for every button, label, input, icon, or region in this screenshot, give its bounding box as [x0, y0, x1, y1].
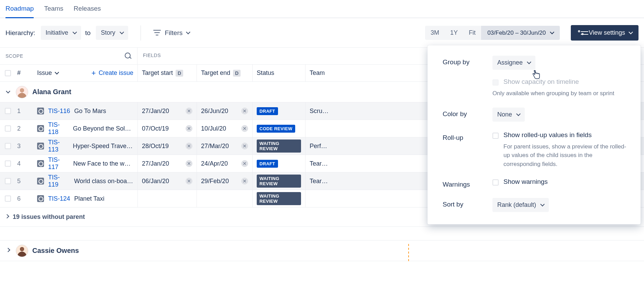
col-status[interactable]: Status — [252, 65, 305, 82]
view-settings-button[interactable]: View settings — [571, 25, 639, 41]
color-by-select[interactable]: None — [492, 108, 525, 122]
issue-key-link[interactable]: TIS-116 — [48, 108, 70, 115]
issue-summary[interactable]: Hyper-Speed Travelling — [73, 143, 133, 150]
issue-summary[interactable]: Go To Mars — [74, 108, 106, 115]
create-issue-button[interactable]: + Create issue — [91, 69, 133, 77]
target-end-cell[interactable]: 24/Apr/20✕ — [197, 155, 252, 172]
target-end-cell[interactable]: 29/Feb/20✕ — [197, 172, 252, 190]
col-target-start[interactable]: Target start D — [137, 65, 197, 82]
row-checkbox[interactable] — [5, 125, 11, 132]
target-start-cell[interactable]: 27/Jan/20✕ — [137, 102, 197, 120]
create-issue-label: Create issue — [99, 69, 133, 77]
group-toggle[interactable] — [0, 250, 16, 252]
tab-teams[interactable]: Teams — [44, 2, 63, 18]
row-checkbox[interactable] — [5, 196, 11, 202]
row-number: 1 — [16, 102, 33, 120]
clear-icon[interactable]: ✕ — [241, 143, 248, 149]
status-cell[interactable]: WAITING REVIEW — [252, 190, 305, 207]
status-cell[interactable]: WAITING REVIEW — [252, 137, 305, 155]
sortby-label: Sort by — [443, 198, 492, 208]
group-by-select[interactable]: Assignee — [492, 56, 535, 70]
issue-key-link[interactable]: TIS-113 — [48, 139, 69, 153]
status-badge: WAITING REVIEW — [257, 192, 301, 205]
d-badge: D — [176, 70, 183, 77]
status-cell[interactable]: DRAFT — [252, 102, 305, 120]
search-icon[interactable] — [125, 53, 132, 59]
target-end-cell[interactable]: 27/Mar/20✕ — [197, 137, 252, 155]
issue-col-label: Issue — [37, 69, 52, 77]
target-end-label: Target end — [201, 69, 230, 77]
clear-icon[interactable]: ✕ — [241, 125, 248, 132]
status-badge: DRAFT — [257, 160, 278, 168]
plus-icon: + — [91, 69, 96, 77]
issue-key-link[interactable]: TIS-118 — [48, 121, 69, 136]
status-cell[interactable]: DRAFT — [252, 155, 305, 172]
range-fit[interactable]: Fit — [463, 26, 481, 40]
issue-summary[interactable]: Planet Taxi — [74, 195, 104, 202]
issue-type-icon — [37, 108, 44, 114]
tab-releases[interactable]: Releases — [74, 2, 101, 18]
issue-key-link[interactable]: TIS-124 — [48, 195, 70, 202]
issue-column-menu[interactable]: Issue — [37, 69, 58, 77]
clear-icon[interactable]: ✕ — [186, 160, 192, 167]
target-start-cell[interactable]: 27/Jan/20✕ — [137, 155, 197, 172]
clear-icon[interactable]: ✕ — [241, 108, 248, 114]
status-cell[interactable]: WAITING REVIEW — [252, 172, 305, 190]
clear-icon[interactable]: ✕ — [186, 178, 192, 185]
filters-button[interactable]: Filters — [153, 29, 190, 37]
row-checkbox[interactable] — [5, 178, 11, 184]
issue-type-icon — [37, 195, 44, 202]
row-checkbox[interactable] — [5, 108, 11, 114]
target-end-cell[interactable]: 26/Jun/20✕ — [197, 102, 252, 120]
clear-icon[interactable]: ✕ — [241, 160, 248, 167]
tab-roadmap[interactable]: Roadmap — [5, 2, 34, 18]
issue-summary[interactable]: Go Beyond the Solar ... — [73, 125, 133, 132]
row-number: 2 — [16, 120, 33, 137]
avatar — [16, 245, 28, 257]
group-toggle[interactable] — [0, 91, 16, 93]
clear-icon[interactable]: ✕ — [186, 143, 192, 149]
color-by-label: Color by — [443, 108, 492, 118]
chevron-down-icon — [186, 30, 190, 34]
group-name: Cassie Owens — [32, 247, 79, 255]
target-start-cell[interactable]: 28/Oct/19✕ — [137, 137, 197, 155]
range-1y[interactable]: 1Y — [445, 26, 463, 40]
chevron-right-icon — [6, 248, 10, 252]
target-start-cell[interactable]: 07/Oct/19✕ — [137, 120, 197, 137]
chevron-down-icon — [120, 30, 124, 34]
target-start-cell[interactable] — [137, 190, 197, 207]
target-end-cell[interactable] — [197, 190, 252, 207]
clear-icon[interactable]: ✕ — [186, 125, 192, 132]
row-checkbox[interactable] — [5, 160, 11, 167]
to-label: to — [85, 29, 91, 37]
issue-summary[interactable]: World class on-boar... — [74, 178, 133, 185]
rollup-chk-label: Show rolled-up values in fields — [503, 131, 628, 139]
sortby-value: Rank (default) — [497, 201, 536, 209]
chevron-down-icon — [527, 60, 531, 64]
select-all-checkbox[interactable] — [5, 70, 11, 76]
status-cell[interactable]: CODE REVIEW — [252, 120, 305, 137]
range-date-select[interactable]: 03/Feb/20 – 30/Jun/20 — [481, 26, 560, 40]
hierarchy-to-select[interactable]: Story — [96, 26, 128, 40]
clear-icon[interactable]: ✕ — [241, 178, 248, 185]
issue-summary[interactable]: New Face to the worl... — [73, 160, 133, 167]
range-3m[interactable]: 3M — [425, 26, 445, 40]
hierarchy-to-value: Story — [101, 29, 115, 36]
row-checkbox[interactable] — [5, 143, 11, 149]
sortby-select[interactable]: Rank (default) — [492, 198, 549, 212]
hierarchy-from-select[interactable]: Initiative — [41, 26, 81, 40]
rollup-helper: For parent issues, show a preview of the… — [503, 142, 628, 169]
issue-key-link[interactable]: TIS-117 — [48, 156, 69, 171]
group-row[interactable]: Cassie Owens — [0, 241, 644, 261]
target-start-cell[interactable]: 06/Jan/20✕ — [137, 172, 197, 190]
col-target-end[interactable]: Target end D — [197, 65, 252, 82]
status-badge: CODE REVIEW — [257, 125, 295, 133]
clear-icon[interactable]: ✕ — [186, 108, 192, 114]
target-end-cell[interactable]: 10/Jul/20✕ — [197, 120, 252, 137]
rollup-label: Roll-up — [443, 131, 492, 142]
rollup-checkbox[interactable] — [492, 133, 499, 139]
issue-key-link[interactable]: TIS-119 — [48, 174, 70, 188]
warnings-checkbox[interactable] — [492, 179, 499, 186]
view-settings-label: View settings — [589, 29, 625, 36]
hierarchy-label: Hierarchy: — [5, 29, 35, 37]
